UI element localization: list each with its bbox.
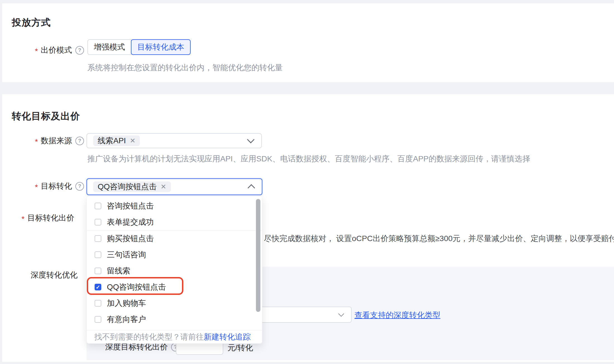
dropdown-item-label: 有意向客户 bbox=[107, 314, 146, 325]
dropdown-item[interactable]: 加入购物车 bbox=[87, 295, 262, 311]
create-conversion-tracking-link[interactable]: 新建转化追踪 bbox=[204, 332, 251, 342]
required-asterisk: * bbox=[35, 137, 38, 146]
target-conversion-tag: QQ咨询按钮点击 ✕ bbox=[93, 181, 171, 192]
dropdown-item[interactable]: 购买按钮点击 bbox=[87, 230, 262, 247]
section-title-conversion: 转化目标及出价 bbox=[12, 110, 80, 123]
help-icon[interactable]: ? bbox=[75, 46, 84, 55]
tag-close-icon[interactable]: ✕ bbox=[161, 183, 166, 191]
deep-opt-label: 深度转化优化 bbox=[31, 267, 78, 283]
target-cpa-label-row: * 目标转化出价 bbox=[21, 210, 74, 226]
target-conversion-label: 目标转化 bbox=[41, 181, 72, 191]
checkbox-checked[interactable]: ✓ bbox=[95, 284, 101, 290]
deep-opt-label-text: 深度转化优化 bbox=[31, 270, 78, 280]
data-source-hint: 推广设备为计算机的计划无法实现应用API、应用SDK、电话数据授权、百度智能小程… bbox=[87, 154, 530, 164]
delivery-method-card: 投放方式 * 出价模式 ? 增强模式 目标转化成本 系统将控制在您设置的转化出价… bbox=[2, 3, 614, 82]
target-conversion-label-row: * 目标转化 ? bbox=[35, 178, 84, 194]
chevron-up-icon bbox=[248, 184, 255, 192]
bid-mode-option-target-cpa[interactable]: 目标转化成本 bbox=[131, 39, 191, 55]
bid-mode-hint: 系统将控制在您设置的转化出价内，智能优化您的转化量 bbox=[87, 62, 283, 73]
help-icon[interactable]: ? bbox=[75, 182, 84, 191]
dropdown-item-label: 加入购物车 bbox=[107, 298, 146, 309]
deep-conversion-types-link[interactable]: 查看支持的深度转化类型 bbox=[354, 310, 440, 321]
checkbox-unchecked[interactable] bbox=[95, 219, 101, 225]
bid-mode-label-row: * 出价模式 ? bbox=[35, 42, 84, 58]
ocpc-bid-settings-page: 投放方式 * 出价模式 ? 增强模式 目标转化成本 系统将控制在您设置的转化出价… bbox=[0, 0, 614, 364]
help-icon[interactable]: ? bbox=[75, 137, 84, 145]
dropdown-item-label: 三句话咨询 bbox=[107, 249, 146, 260]
dropdown-item-selected[interactable]: ✓ QQ咨询按钮点击 bbox=[87, 279, 262, 295]
chevron-down-icon bbox=[247, 136, 255, 143]
dropdown-list: 咨询按钮点击 表单提交成功 购买按钮点击 三句话咨询 留线索 ✓ QQ咨询按钮 bbox=[87, 196, 262, 330]
checkbox-unchecked[interactable] bbox=[95, 316, 101, 323]
dropdown-scrollbar[interactable] bbox=[256, 199, 260, 312]
dropdown-item-label: QQ咨询按钮点击 bbox=[107, 282, 166, 292]
dropdown-item-label: 表单提交成功 bbox=[107, 217, 154, 227]
data-source-label: 数据来源 bbox=[41, 135, 72, 146]
data-source-select[interactable]: 线索API ✕ bbox=[87, 133, 262, 148]
target-conversion-dropdown: 咨询按钮点击 表单提交成功 购买按钮点击 三句话咨询 留线索 ✓ QQ咨询按钮 bbox=[87, 196, 262, 344]
dropdown-footer: 找不到需要的转化类型？请前往 新建转化追踪 bbox=[87, 330, 262, 343]
tag-close-icon[interactable]: ✕ bbox=[130, 137, 135, 145]
checkbox-unchecked[interactable] bbox=[95, 235, 101, 242]
bid-mode-option-enhanced[interactable]: 增强模式 bbox=[87, 39, 131, 55]
dropdown-item[interactable]: 咨询按钮点击 bbox=[87, 198, 262, 214]
target-conversion-select[interactable]: QQ咨询按钮点击 ✕ bbox=[87, 178, 262, 195]
dropdown-item[interactable]: 有意向客户 bbox=[87, 311, 262, 327]
data-source-label-row: * 数据来源 ? bbox=[35, 133, 84, 149]
dropdown-item[interactable]: 表单提交成功 bbox=[87, 214, 262, 230]
data-source-tag-label: 线索API bbox=[98, 135, 126, 146]
dropdown-item-label: 咨询按钮点击 bbox=[107, 201, 154, 211]
dropdown-item-label: 留线索 bbox=[107, 266, 130, 276]
target-conversion-tag-label: QQ咨询按钮点击 bbox=[98, 181, 157, 192]
dropdown-item[interactable]: 留线索 bbox=[87, 263, 262, 279]
bid-mode-label: 出价模式 bbox=[41, 45, 72, 55]
checkbox-unchecked[interactable] bbox=[95, 300, 101, 307]
target-cpa-notice: 尽快完成数据核对， 设置oCPC出价策略预算总额≥300元，并尽量减少出价、定向… bbox=[264, 233, 614, 244]
chevron-down-icon bbox=[338, 311, 344, 317]
checkbox-unchecked[interactable] bbox=[95, 251, 101, 258]
checkbox-unchecked[interactable] bbox=[95, 268, 101, 274]
deep-cpa-unit: 元/转化 bbox=[227, 343, 253, 353]
required-asterisk: * bbox=[21, 215, 25, 224]
dropdown-item[interactable]: 三句话咨询 bbox=[87, 247, 262, 263]
dropdown-item-label: 购买按钮点击 bbox=[107, 233, 154, 244]
required-asterisk: * bbox=[35, 183, 38, 192]
data-source-tag: 线索API ✕ bbox=[93, 135, 140, 146]
bid-mode-segmented-control: 增强模式 目标转化成本 bbox=[87, 39, 191, 55]
required-asterisk: * bbox=[35, 47, 38, 56]
checkbox-unchecked[interactable] bbox=[95, 203, 101, 209]
dropdown-footer-text: 找不到需要的转化类型？请前往 bbox=[94, 332, 204, 342]
target-cpa-label: 目标转化出价 bbox=[27, 213, 74, 223]
section-title-delivery: 投放方式 bbox=[12, 16, 51, 29]
